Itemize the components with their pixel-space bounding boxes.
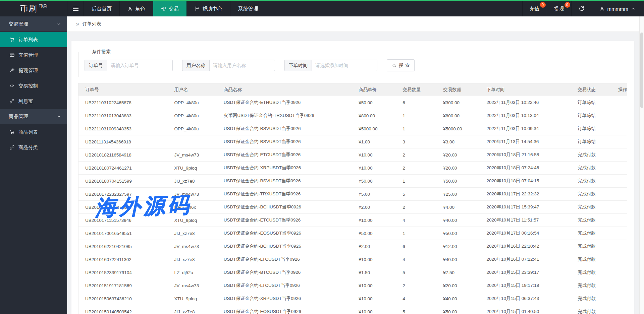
cell-status: 完成付款	[575, 266, 615, 279]
cell-unit-price: ¥2.00	[356, 240, 400, 253]
cell-product-name: USDT保证金合约-XRPUSDT当季0926	[221, 162, 356, 175]
search-form-row: 订单号用户名称下单时间搜 索	[85, 59, 621, 71]
table-row: UB2211031013043883OPP_4k80u火币网USDT保证金合约-…	[78, 109, 627, 122]
scales-icon	[161, 6, 166, 11]
nav-tab-roles[interactable]: 角色	[120, 1, 153, 16]
cell-amount: ¥12.00	[440, 240, 484, 253]
double-chevron-icon: »	[76, 20, 79, 27]
cell-unit-price: ¥10.00	[356, 148, 400, 162]
nav-tab-system[interactable]: 系统管理	[230, 1, 266, 16]
user-menu[interactable]: mmmmm	[592, 1, 644, 16]
cell-amount: ¥800.00	[440, 109, 484, 122]
cell-quantity: 4	[400, 214, 440, 227]
table-row: UB2010180724461271XTU_9ploqUSDT保证金合约-XRP…	[78, 162, 627, 175]
sidebar-item-label: 订单列表	[18, 37, 38, 43]
col-header-product-name: 商品名称	[221, 83, 356, 96]
cell-quantity: 1	[400, 227, 440, 240]
hamburger-icon	[73, 6, 78, 12]
col-header-username: 用户名	[172, 83, 221, 96]
cell-quantity: 5	[400, 266, 440, 279]
cell-product-name: USDT保证金合约-EOSUSDT当季0926	[221, 305, 356, 314]
col-header-action: 操作	[615, 83, 627, 96]
search-button[interactable]: 搜 索	[387, 59, 415, 71]
sidebar-toggle-button[interactable]	[67, 1, 84, 16]
logo-text: 币刷	[20, 3, 38, 14]
field-input-order-time[interactable]	[312, 60, 377, 71]
cell-quantity: 1	[400, 175, 440, 188]
recharge-label: 充值	[530, 6, 540, 12]
sidebar-item-withdraw-manage[interactable]: 提现管理	[0, 63, 67, 78]
cell-order-no: UB2010170016549551	[78, 227, 172, 240]
cell-quantity: 2	[400, 201, 440, 214]
cell-product-name: USDT保证金合约-EOSUSDT当季0926	[221, 227, 356, 240]
sidebar: 交易管理订单列表充值管理提现管理交易控制利息宝商品管理商品列表商品分类	[0, 16, 67, 314]
search-field-user-name: 用户名称	[182, 60, 275, 71]
cell-unit-price: ¥50.00	[356, 96, 400, 109]
sidebar-group-trade-manage[interactable]: 交易管理	[0, 16, 67, 32]
nav-tab-home[interactable]: 后台首页	[84, 1, 120, 16]
recharge-button[interactable]: 充值 0	[522, 1, 547, 16]
recharge-badge: 0	[540, 2, 546, 8]
cell-order-no: UB2211031013043883	[78, 109, 172, 122]
cell-order-time: 2020年10月15日 06:37:43	[484, 292, 575, 305]
cell-order-time: 2022年11月03日 10:13:04	[484, 109, 575, 122]
field-label-order-no: 订单号	[85, 60, 107, 71]
sidebar-group-goods-manage[interactable]: 商品管理	[0, 109, 67, 124]
username-text: mmmmm	[607, 6, 628, 12]
cell-order-time: 2020年10月16日 22:10:42	[484, 240, 575, 253]
nav-tab-help[interactable]: 帮助中心	[187, 1, 230, 16]
cell-username: JV_ms4w73	[172, 188, 221, 201]
cell-quantity: 6	[400, 96, 440, 109]
withdraw-badge: 0	[565, 2, 570, 8]
cell-action	[615, 305, 627, 314]
refresh-button[interactable]	[571, 1, 592, 16]
nav-tab-label: 后台首页	[92, 6, 112, 12]
cell-order-time: 2020年10月17日 00:16:54	[484, 227, 575, 240]
col-header-order-time: 下单时间	[484, 83, 575, 96]
cell-status: 完成付款	[575, 148, 615, 162]
cell-order-time: 2022年11月03日 10:09:34	[484, 122, 575, 135]
cell-username: JV_ms4w73	[172, 148, 221, 162]
cell-unit-price: ¥50.00	[356, 175, 400, 188]
app-logo: 币刷 币刷	[0, 1, 67, 16]
cell-order-no: UB2010180704151599	[78, 175, 172, 188]
cell-username: OPP_4k80u	[172, 122, 221, 135]
cell-status: 完成付款	[575, 201, 615, 214]
cell-action	[615, 227, 627, 240]
col-header-status: 交易状态	[575, 83, 615, 96]
cell-quantity: 2	[400, 279, 440, 292]
cell-username	[172, 135, 221, 148]
search-field-order-no: 订单号	[85, 60, 173, 71]
cell-order-no: UB2010150637436210	[78, 292, 172, 305]
sidebar-item-goods-list[interactable]: 商品列表	[0, 124, 67, 140]
cell-order-time: 2020年10月15日 19:17:18	[484, 279, 575, 292]
sidebar-item-trade-control[interactable]: 交易控制	[0, 78, 67, 93]
cell-status: 完成付款	[575, 214, 615, 227]
cell-quantity: 2	[400, 148, 440, 162]
scrollbar-thumb[interactable]	[640, 33, 643, 108]
field-input-user-name[interactable]	[209, 60, 275, 71]
cell-action	[615, 240, 627, 253]
sidebar-item-recharge-manage[interactable]: 充值管理	[0, 47, 67, 63]
col-header-order-no: 订单号	[78, 83, 172, 96]
sidebar-item-interest-treasure[interactable]: 利息宝	[0, 93, 67, 109]
cell-product-name: USDT保证金合约-ETHUSDT当季0926	[221, 96, 356, 109]
vertical-scrollbar[interactable]	[639, 16, 644, 314]
table-row: UB2011131454366918USDT保证金合约-BSVUSDT当季092…	[78, 135, 627, 148]
cell-product-name: USDT保证金合约-BTCUSDT当季0926	[221, 266, 356, 279]
cell-status: 订单冻结	[575, 109, 615, 122]
link-icon	[9, 99, 15, 104]
cell-unit-price: ¥5000.00	[356, 122, 400, 135]
sidebar-item-goods-category[interactable]: 商品分类	[0, 140, 67, 155]
withdraw-button[interactable]: 提现 0	[547, 1, 571, 16]
search-button-label: 搜 索	[399, 62, 410, 68]
cell-order-no: UB2010171151573946	[78, 214, 172, 227]
search-icon	[392, 63, 397, 68]
sidebar-item-order-list[interactable]: 订单列表	[0, 32, 67, 47]
cell-quantity: 5	[400, 305, 440, 314]
cell-product-name: USDT保证金合约-LTCUSDT当季0926	[221, 279, 356, 292]
cell-action	[615, 162, 627, 175]
field-input-order-no[interactable]	[107, 60, 173, 71]
nav-tab-trade[interactable]: 交易	[153, 1, 187, 16]
cell-username: XTU_9ploq	[172, 162, 221, 175]
